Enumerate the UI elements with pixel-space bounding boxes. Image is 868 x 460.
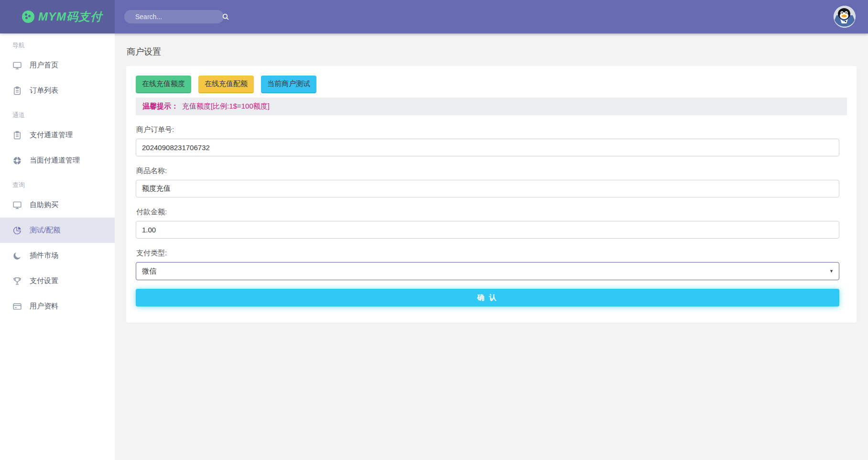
merchant-order-no-label: 商户订单号: (136, 125, 839, 134)
payment-type-label: 支付类型: (136, 249, 839, 258)
page-title: 商户设置 (127, 46, 857, 57)
sidebar-item-plugin-market[interactable]: 插件市场 (0, 243, 115, 268)
action-button-row: 在线充值额度 在线充值配额 当前商户测试 (136, 76, 847, 93)
search-input[interactable] (135, 13, 222, 21)
trophy-icon (12, 276, 22, 286)
sidebar-item-self-purchase[interactable]: 自助购买 (0, 192, 115, 218)
payment-amount-input[interactable] (136, 221, 839, 239)
merchant-settings-card: 在线充值额度 在线充值配额 当前商户测试 温馨提示： 充值额度[比例:1$=10… (126, 66, 857, 323)
sidebar-item-label: 订单列表 (30, 86, 58, 95)
pie-chart-icon (12, 226, 22, 235)
life-ring-icon (12, 156, 22, 165)
monitor-icon (12, 61, 22, 70)
sidebar-item-label: 支付设置 (30, 276, 58, 285)
sidebar-nav: 导航 用户首页 订单列表 通道 支付通道管理 (0, 33, 115, 460)
moon-icon (12, 251, 22, 261)
payment-type-selected-value: 微信 (136, 263, 839, 280)
product-name-input[interactable] (136, 180, 839, 197)
online-recharge-quota-button[interactable]: 在线充值额度 (136, 76, 191, 93)
sidebar-item-user-profile[interactable]: 用户资料 (0, 294, 115, 319)
sidebar-section-nav: 导航 (0, 33, 115, 53)
sidebar-section-channel: 通道 (0, 103, 115, 122)
product-name-label: 商品名称: (136, 166, 839, 175)
logo[interactable]: MYM码支付 (0, 0, 115, 33)
sidebar-item-order-list[interactable]: 订单列表 (0, 78, 115, 103)
credit-card-icon (12, 302, 22, 311)
sidebar-item-label: 自助购买 (30, 200, 58, 209)
sidebar-item-payment-settings[interactable]: 支付设置 (0, 268, 115, 294)
merchant-order-no-input[interactable] (136, 139, 839, 156)
confirm-button[interactable]: 确 认 (136, 289, 839, 307)
sidebar-item-pay-channel-mgmt[interactable]: 支付通道管理 (0, 122, 115, 148)
search-bar[interactable] (124, 10, 224, 23)
app-header: MYM码支付 (0, 0, 868, 33)
sidebar-item-label: 插件市场 (30, 251, 58, 260)
bowling-ball-icon (22, 11, 34, 23)
clipboard-icon (12, 131, 22, 140)
payment-type-select[interactable]: 微信 ▼ (136, 262, 839, 280)
sidebar-item-label: 用户资料 (30, 302, 58, 311)
notice-text: 充值额度[比例:1$=100额度] (182, 102, 270, 111)
notice-bar: 温馨提示： 充值额度[比例:1$=100额度] (136, 98, 847, 115)
sidebar-item-label: 当面付通道管理 (30, 156, 80, 165)
sidebar-item-label: 支付通道管理 (30, 131, 73, 140)
user-avatar[interactable] (834, 6, 856, 28)
sidebar-item-label: 测试/配额 (30, 226, 60, 235)
logo-text: MYM码支付 (38, 9, 102, 24)
main-content: 商户设置 在线充值额度 在线充值配额 当前商户测试 温馨提示： 充值额度[比例:… (115, 33, 868, 460)
sidebar-section-query: 查询 (0, 173, 115, 192)
search-icon[interactable] (222, 13, 229, 21)
notice-prefix: 温馨提示： (142, 102, 178, 111)
merchant-test-form: 商户订单号: 商品名称: 付款金额: 支付类型: 微信 ▼ 确 认 (136, 125, 847, 307)
sidebar-item-test-quota[interactable]: 测试/配额 (0, 218, 115, 243)
sidebar-item-label: 用户首页 (30, 61, 58, 70)
sidebar-item-user-home[interactable]: 用户首页 (0, 53, 115, 78)
chevron-down-icon: ▼ (829, 269, 834, 274)
current-merchant-test-button[interactable]: 当前商户测试 (261, 76, 316, 93)
monitor-icon (12, 200, 22, 210)
payment-amount-label: 付款金额: (136, 208, 839, 217)
sidebar-item-f2f-channel-mgmt[interactable]: 当面付通道管理 (0, 148, 115, 173)
clipboard-icon (12, 86, 22, 96)
online-recharge-allocation-button[interactable]: 在线充值配额 (198, 76, 254, 93)
